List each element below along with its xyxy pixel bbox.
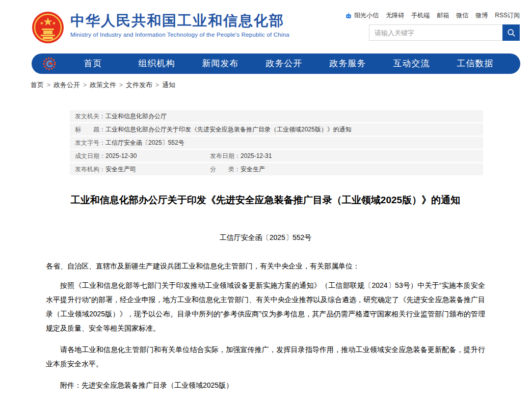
search-bar — [369, 24, 520, 41]
article-body: 各省、自治区、直辖市及新疆生产建设兵团工业和信息化主管部门，有关中央企业，有关部… — [46, 259, 485, 404]
meta-row-dates: 成文日期： 2025-12-30 发布日期： 2025-12-31 — [70, 150, 483, 162]
nav-item-data[interactable]: 工信数据 — [443, 53, 507, 74]
nav-item-gov-services[interactable]: 政务服务 — [316, 53, 380, 74]
site-subtitle: Ministry of Industry and Information Tec… — [70, 32, 289, 38]
meta-row-issuing-agency: 发文机关： 工业和信息化部办公厅 — [70, 110, 483, 122]
quick-link-label: 阳光小信 — [354, 11, 379, 20]
quick-link-label: 手机端 — [411, 11, 430, 20]
nav-items: 首页 组织机构 新闻发布 政务公开 政务服务 互动交流 工信数据 — [61, 53, 507, 74]
meta-value: 2025-12-30 — [105, 153, 137, 159]
meta-value: 工业和信息化部办公厅 — [105, 113, 167, 120]
nav-item-organization[interactable]: 组织机构 — [125, 53, 189, 74]
quick-link-accessibility[interactable]: 无障碍 — [386, 11, 404, 20]
meta-value: 安全生产司 — [105, 166, 136, 173]
article-salutation: 各省、自治区、直辖市及新疆生产建设兵团工业和信息化主管部门，有关中央企业，有关部… — [46, 259, 485, 273]
document-meta-table: 发文机关： 工业和信息化部办公厅 标 题： 工业和信息化部办公厅关于印发《先进安… — [70, 110, 483, 175]
quick-link-label: 微博 — [475, 11, 488, 20]
article-paragraph: 按照《工业和信息化部等七部门关于印发推动工业领域设备更新实施方案的通知》（工信部… — [46, 278, 485, 335]
quick-link-label: 无障碍 — [386, 11, 404, 20]
meta-row-doc-number: 发文字号： 工信厅安全函〔2025〕552号 — [70, 137, 483, 149]
meta-value: 工业和信息化部办公厅关于印发《先进安全应急装备推广目录（工业领域2025版）》的… — [105, 126, 352, 133]
nav-item-news[interactable]: 新闻发布 — [189, 53, 252, 74]
quick-link-weibo[interactable]: 微博 — [475, 11, 488, 20]
quick-links: 阳光小信 无障碍 手机端 邮箱 微信 微博 RSS订阅 — [345, 11, 520, 20]
breadcrumb-separator: > — [119, 82, 123, 89]
meta-label: 分 类： — [210, 166, 241, 173]
miit-gear-logo-icon — [42, 56, 57, 71]
main-nav: 首页 组织机构 新闻发布 政务公开 政务服务 互动交流 工信数据 — [32, 53, 520, 74]
meta-label: 发布日期： — [210, 153, 241, 159]
site-title: 中华人民共和国工业和信息化部 — [70, 13, 289, 29]
quick-link-wechat[interactable]: 微信 — [456, 11, 468, 20]
breadcrumb-policy-documents[interactable]: 政策文件 — [90, 80, 116, 90]
robot-icon — [345, 12, 352, 19]
meta-value: 工信厅安全函〔2025〕552号 — [105, 140, 184, 146]
breadcrumb-separator: > — [47, 82, 50, 89]
meta-label: 标 题： — [75, 126, 105, 133]
meta-label: 发文字号： — [75, 140, 105, 146]
quick-link-sunshine[interactable]: 阳光小信 — [345, 11, 379, 20]
breadcrumb-gov-disclosure[interactable]: 政务公开 — [54, 80, 80, 90]
site-header: 中华人民共和国工业和信息化部 Ministry of Industry and … — [0, 0, 532, 51]
article-doc-number: 工信厅安全函〔2025〕552号 — [46, 233, 485, 243]
meta-label: 发文机关： — [75, 113, 105, 120]
meta-row-publisher-category: 发布机构： 安全生产司 分 类： 安全生产 — [70, 163, 483, 175]
nav-item-home[interactable]: 首页 — [61, 53, 125, 74]
breadcrumb-separator: > — [83, 82, 87, 89]
national-emblem-icon — [32, 11, 64, 44]
meta-value: 安全生产 — [241, 166, 265, 173]
document-content: 发文机关： 工业和信息化部办公厅 标 题： 工业和信息化部办公厅关于印发《先进安… — [46, 110, 485, 404]
quick-link-rss[interactable]: RSS订阅 — [495, 11, 520, 20]
breadcrumb-document-release[interactable]: 文件发布 — [126, 80, 152, 90]
search-icon — [507, 29, 516, 37]
breadcrumb: 首页 > 政务公开 > 政策文件 > 文件发布 > 通知 — [31, 80, 175, 90]
meta-value: 2025-12-31 — [241, 153, 272, 159]
article-title: 工业和信息化部办公厅关于印发《先进安全应急装备推广目录（工业领域2025版）》的… — [46, 194, 485, 207]
breadcrumb-home[interactable]: 首页 — [31, 80, 44, 90]
nav-item-interaction[interactable]: 互动交流 — [380, 53, 443, 74]
article-attachment: 附件：先进安全应急装备推广目录（工业领域2025版） — [46, 378, 485, 392]
search-button[interactable] — [502, 24, 520, 41]
quick-link-label: 微信 — [456, 11, 468, 20]
nav-item-gov-disclosure[interactable]: 政务公开 — [252, 53, 316, 74]
site-brand[interactable]: 中华人民共和国工业和信息化部 Ministry of Industry and … — [32, 11, 289, 44]
article-paragraph: 请各地工业和信息化主管部门和有关单位结合实际，加强宣传推广，发挥目录指导作用，推… — [46, 342, 485, 371]
quick-link-label: 邮箱 — [437, 11, 449, 20]
quick-link-mobile[interactable]: 手机端 — [411, 11, 430, 20]
meta-label: 成文日期： — [75, 153, 105, 159]
quick-link-mail[interactable]: 邮箱 — [437, 11, 449, 20]
search-input[interactable] — [369, 24, 502, 41]
meta-label: 发布机构： — [75, 166, 105, 173]
meta-row-title: 标 题： 工业和信息化部办公厅关于印发《先进安全应急装备推广目录（工业领域202… — [70, 123, 483, 136]
quick-link-label: RSS订阅 — [495, 11, 520, 20]
breadcrumb-separator: > — [155, 82, 159, 89]
breadcrumb-notice[interactable]: 通知 — [162, 80, 175, 90]
